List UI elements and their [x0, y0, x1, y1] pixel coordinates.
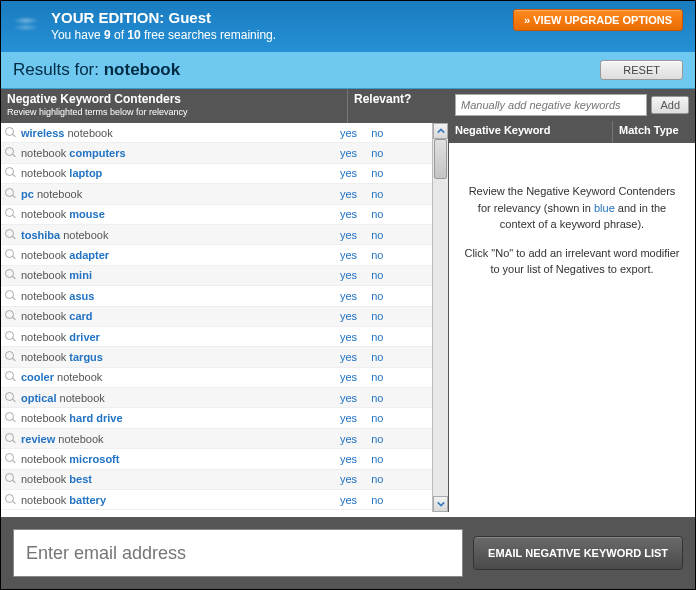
magnifier-icon[interactable]: [5, 412, 17, 424]
scroll-down-button[interactable]: [433, 496, 448, 512]
no-link[interactable]: no: [371, 127, 383, 139]
scroll-thumb[interactable]: [434, 139, 447, 179]
keyword-cell: notebook targus: [1, 351, 332, 363]
no-link[interactable]: no: [371, 229, 383, 241]
table-row: toshiba notebookyesno: [1, 225, 432, 245]
keyword-text: notebook laptop: [21, 167, 102, 179]
keyword-cell: notebook computers: [1, 147, 332, 159]
header-bar: YOUR EDITION: Guest You have 9 of 10 fre…: [1, 1, 695, 52]
no-link[interactable]: no: [371, 453, 383, 465]
no-link[interactable]: no: [371, 290, 383, 302]
relevance-cell: yesno: [332, 331, 432, 343]
yes-link[interactable]: yes: [340, 371, 357, 383]
yes-link[interactable]: yes: [340, 453, 357, 465]
magnifier-icon[interactable]: [5, 371, 17, 383]
scroll-up-button[interactable]: [433, 123, 448, 139]
magnifier-icon[interactable]: [5, 208, 17, 220]
magnifier-icon[interactable]: [5, 433, 17, 445]
magnifier-icon[interactable]: [5, 167, 17, 179]
magnifier-icon[interactable]: [5, 331, 17, 343]
yes-link[interactable]: yes: [340, 167, 357, 179]
magnifier-icon[interactable]: [5, 188, 17, 200]
no-link[interactable]: no: [371, 351, 383, 363]
table-row: review notebookyesno: [1, 429, 432, 449]
app-window: YOUR EDITION: Guest You have 9 of 10 fre…: [0, 0, 696, 590]
table-row: notebook adapteryesno: [1, 245, 432, 265]
keyword-cell: notebook mini: [1, 269, 332, 281]
yes-link[interactable]: yes: [340, 412, 357, 424]
relevance-cell: yesno: [332, 229, 432, 241]
magnifier-icon[interactable]: [5, 473, 17, 485]
yes-link[interactable]: yes: [340, 310, 357, 322]
magnifier-icon[interactable]: [5, 269, 17, 281]
no-link[interactable]: no: [371, 331, 383, 343]
no-link[interactable]: no: [371, 392, 383, 404]
email-list-button[interactable]: EMAIL NEGATIVE KEYWORD LIST: [473, 536, 683, 570]
th-negative-keyword: Negative Keyword: [449, 121, 613, 143]
relevance-cell: yesno: [332, 453, 432, 465]
yes-link[interactable]: yes: [340, 269, 357, 281]
no-link[interactable]: no: [371, 147, 383, 159]
table-row: notebook laptopyesno: [1, 164, 432, 184]
no-link[interactable]: no: [371, 494, 383, 506]
table-row: notebook asusyesno: [1, 286, 432, 306]
scroll-track[interactable]: [433, 139, 448, 496]
main-area: Negative Keyword Contenders Review highl…: [1, 89, 695, 512]
keyword-text: notebook microsoft: [21, 453, 119, 465]
yes-link[interactable]: yes: [340, 249, 357, 261]
magnifier-icon[interactable]: [5, 310, 17, 322]
magnifier-icon[interactable]: [5, 290, 17, 302]
scrollbar[interactable]: [432, 123, 448, 512]
yes-link[interactable]: yes: [340, 494, 357, 506]
no-link[interactable]: no: [371, 310, 383, 322]
no-link[interactable]: no: [371, 167, 383, 179]
relevance-cell: yesno: [332, 494, 432, 506]
relevance-cell: yesno: [332, 310, 432, 322]
no-link[interactable]: no: [371, 433, 383, 445]
no-link[interactable]: no: [371, 249, 383, 261]
relevance-cell: yesno: [332, 351, 432, 363]
instructions-p1: Review the Negative Keyword Contenders f…: [463, 183, 681, 233]
view-upgrade-options-button[interactable]: » VIEW UPGRADE OPTIONS: [513, 9, 683, 31]
yes-link[interactable]: yes: [340, 351, 357, 363]
magnifier-icon[interactable]: [5, 453, 17, 465]
email-input[interactable]: [13, 529, 463, 577]
magnifier-icon[interactable]: [5, 351, 17, 363]
yes-link[interactable]: yes: [340, 127, 357, 139]
yes-link[interactable]: yes: [340, 392, 357, 404]
keyword-text: notebook targus: [21, 351, 103, 363]
keyword-text: notebook adapter: [21, 249, 109, 261]
table-row: notebook driveryesno: [1, 327, 432, 347]
relevance-cell: yesno: [332, 147, 432, 159]
add-button[interactable]: Add: [651, 96, 689, 114]
yes-link[interactable]: yes: [340, 473, 357, 485]
magnifier-icon[interactable]: [5, 229, 17, 241]
yes-link[interactable]: yes: [340, 229, 357, 241]
magnifier-icon[interactable]: [5, 249, 17, 261]
no-link[interactable]: no: [371, 412, 383, 424]
table-row: cooler notebookyesno: [1, 368, 432, 388]
magnifier-icon[interactable]: [5, 494, 17, 506]
relevance-cell: yesno: [332, 371, 432, 383]
keyword-text: notebook hard drive: [21, 412, 123, 424]
no-link[interactable]: no: [371, 188, 383, 200]
magnifier-icon[interactable]: [5, 392, 17, 404]
no-link[interactable]: no: [371, 208, 383, 220]
no-link[interactable]: no: [371, 473, 383, 485]
yes-link[interactable]: yes: [340, 331, 357, 343]
manual-add-input[interactable]: [455, 94, 647, 116]
keyword-cell: notebook card: [1, 310, 332, 322]
no-link[interactable]: no: [371, 371, 383, 383]
yes-link[interactable]: yes: [340, 147, 357, 159]
keyword-text: notebook best: [21, 473, 92, 485]
no-link[interactable]: no: [371, 269, 383, 281]
edition-name: Guest: [169, 9, 212, 26]
magnifier-icon[interactable]: [5, 147, 17, 159]
magnifier-icon[interactable]: [5, 127, 17, 139]
yes-link[interactable]: yes: [340, 188, 357, 200]
yes-link[interactable]: yes: [340, 290, 357, 302]
relevance-cell: yesno: [332, 269, 432, 281]
reset-button[interactable]: RESET: [600, 60, 683, 80]
yes-link[interactable]: yes: [340, 208, 357, 220]
yes-link[interactable]: yes: [340, 433, 357, 445]
